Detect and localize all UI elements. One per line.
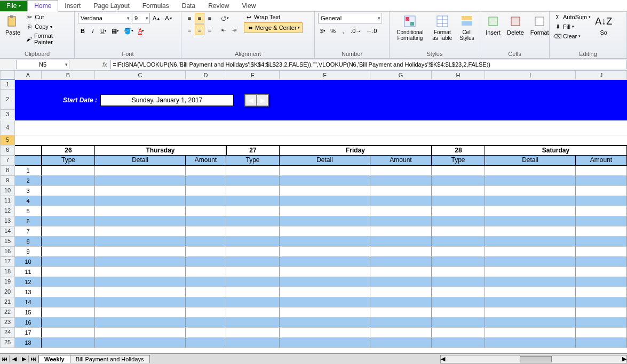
row-header[interactable]: 18 — [0, 267, 15, 277]
data-cell[interactable] — [186, 308, 226, 318]
data-cell[interactable] — [42, 176, 95, 186]
data-cell[interactable] — [186, 338, 226, 348]
data-cell[interactable] — [432, 237, 485, 247]
row-header[interactable]: 20 — [0, 287, 15, 297]
font-name-select[interactable]: Verdana — [78, 13, 131, 23]
data-cell[interactable] — [95, 287, 186, 297]
data-cell[interactable] — [370, 287, 432, 297]
col-header[interactable]: J — [576, 70, 627, 80]
data-cell[interactable] — [432, 257, 485, 267]
copy-button[interactable]: ⎘Copy▾ — [25, 22, 71, 31]
row-header[interactable]: 19 — [0, 277, 15, 287]
data-cell[interactable] — [186, 216, 226, 227]
format-cells-button[interactable]: Format — [528, 13, 551, 37]
data-cell[interactable] — [42, 247, 95, 257]
data-cell[interactable] — [432, 318, 485, 328]
wrap-text-button[interactable]: ↩Wrap Text — [244, 13, 303, 21]
data-cell[interactable] — [432, 287, 485, 297]
data-cell[interactable] — [42, 267, 95, 277]
row-header[interactable]: 13 — [0, 216, 15, 227]
fill-button[interactable]: ⬇Fill▾ — [553, 22, 592, 31]
data-cell[interactable] — [280, 216, 370, 227]
data-cell[interactable] — [226, 186, 280, 196]
data-cell[interactable] — [576, 166, 627, 176]
data-cell[interactable] — [280, 196, 370, 206]
home-tab[interactable]: Home — [27, 0, 58, 12]
comma-button[interactable]: , — [338, 26, 348, 36]
data-cell[interactable] — [95, 277, 186, 287]
data-cell[interactable] — [95, 216, 186, 227]
format-painter-button[interactable]: 🖌Format Painter — [25, 32, 71, 46]
data-cell[interactable] — [280, 338, 370, 348]
data-cell[interactable] — [42, 186, 95, 196]
data-cell[interactable] — [226, 176, 280, 186]
row-header[interactable]: 3 — [0, 110, 15, 119]
decrease-decimal-button[interactable]: ←.0 — [364, 26, 379, 36]
data-cell[interactable] — [485, 297, 576, 308]
data-cell[interactable] — [370, 216, 432, 227]
data-cell[interactable] — [186, 318, 226, 328]
col-header[interactable]: A — [15, 70, 42, 80]
data-cell[interactable] — [485, 237, 576, 247]
data-cell[interactable] — [280, 318, 370, 328]
row-number-cell[interactable]: 5 — [15, 206, 42, 216]
col-header[interactable]: C — [95, 70, 186, 80]
data-cell[interactable] — [186, 186, 226, 196]
data-cell[interactable] — [432, 196, 485, 206]
align-middle-button[interactable]: ≡ — [195, 13, 204, 23]
data-cell[interactable] — [370, 227, 432, 237]
col-header[interactable]: G — [370, 70, 432, 80]
data-cell[interactable] — [226, 206, 280, 216]
data-cell[interactable] — [485, 308, 576, 318]
row-number-cell[interactable]: 6 — [15, 216, 42, 227]
data-cell[interactable] — [226, 166, 280, 176]
col-header[interactable]: B — [42, 70, 95, 80]
data-cell[interactable] — [42, 227, 95, 237]
date-next-button[interactable]: ▶ — [257, 94, 268, 106]
data-cell[interactable] — [95, 237, 186, 247]
data-cell[interactable] — [485, 328, 576, 338]
row-header[interactable]: 7 — [0, 156, 15, 166]
row-number-cell[interactable]: 3 — [15, 186, 42, 196]
data-cell[interactable] — [226, 267, 280, 277]
row-number-cell[interactable]: 10 — [15, 257, 42, 267]
sheet-nav-next[interactable]: ▶ — [19, 355, 29, 362]
row-header[interactable]: 9 — [0, 176, 15, 186]
data-cell[interactable] — [370, 277, 432, 287]
review-tab[interactable]: Review — [202, 1, 235, 11]
row-number-cell[interactable]: 15 — [15, 308, 42, 318]
row-header[interactable]: 24 — [0, 328, 15, 338]
col-header[interactable]: E — [226, 70, 280, 80]
row-number-cell[interactable]: 1 — [15, 166, 42, 176]
data-cell[interactable] — [280, 287, 370, 297]
conditional-formatting-button[interactable]: Conditional Formatting — [393, 13, 427, 42]
percent-button[interactable]: % — [328, 26, 338, 36]
data-cell[interactable] — [95, 338, 186, 348]
data-cell[interactable] — [186, 247, 226, 257]
fill-color-button[interactable]: 🪣▾ — [122, 26, 136, 36]
row-header[interactable]: 21 — [0, 297, 15, 308]
cell-styles-button[interactable]: Cell Styles — [457, 13, 477, 42]
data-cell[interactable] — [95, 308, 186, 318]
data-cell[interactable] — [370, 338, 432, 348]
data-cell[interactable] — [370, 196, 432, 206]
data-cell[interactable] — [186, 196, 226, 206]
row-number-cell[interactable]: 17 — [15, 328, 42, 338]
data-cell[interactable] — [42, 297, 95, 308]
format-as-table-button[interactable]: Format as Table — [430, 13, 455, 42]
data-cell[interactable] — [370, 166, 432, 176]
data-cell[interactable] — [370, 237, 432, 247]
row-number-cell[interactable]: 11 — [15, 267, 42, 277]
delete-cells-button[interactable]: Delete — [505, 13, 526, 37]
data-cell[interactable] — [95, 166, 186, 176]
paste-button[interactable]: Paste — [3, 13, 22, 37]
data-cell[interactable] — [42, 206, 95, 216]
row-header[interactable]: 8 — [0, 166, 15, 176]
cut-button[interactable]: ✂Cut — [25, 13, 71, 21]
data-cell[interactable] — [280, 186, 370, 196]
start-date-value[interactable]: Sunday, January 1, 2017 — [100, 94, 234, 106]
data-cell[interactable] — [42, 196, 95, 206]
fx-icon[interactable]: fx — [99, 61, 110, 68]
data-cell[interactable] — [576, 237, 627, 247]
data-cell[interactable] — [226, 277, 280, 287]
